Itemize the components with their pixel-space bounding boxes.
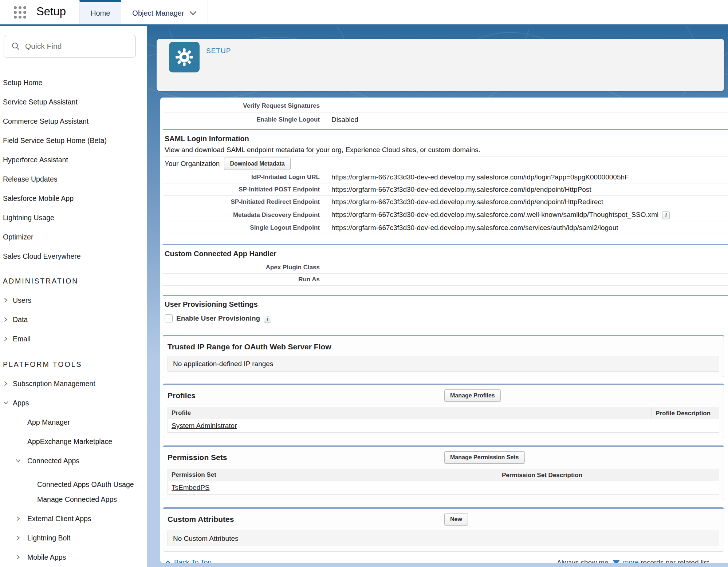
sidebar-item-connected-apps-oauth-usage[interactable]: Connected Apps OAuth Usage bbox=[0, 471, 120, 490]
sidebar-item-lightning-usage[interactable]: Lightning Usage bbox=[0, 208, 147, 227]
sidebar-item-hyperforce-assistant[interactable]: Hyperforce Assistant bbox=[0, 150, 147, 170]
saml-description: View and download SAML endpoint metadata… bbox=[165, 145, 728, 155]
sidebar-item-label: Lightning Bolt bbox=[27, 534, 70, 542]
chevron-down-icon bbox=[15, 458, 21, 464]
header-tabs: Home Object Manager bbox=[79, 0, 208, 24]
sidebar-item-setup-home[interactable]: Setup Home bbox=[0, 73, 147, 92]
detail-row: Enable Single Logout Disabled bbox=[163, 112, 728, 127]
new-custom-attribute-button[interactable]: New bbox=[444, 513, 468, 526]
profile-link-system-administrator[interactable]: System Administrator bbox=[172, 422, 237, 429]
info-icon[interactable]: i bbox=[662, 211, 670, 219]
tab-object-manager-label: Object Manager bbox=[132, 9, 184, 17]
sidebar-section-platform-tools: PLATFORM TOOLS bbox=[0, 355, 147, 374]
enable-user-provisioning-row: Enable User Provisioning i bbox=[165, 313, 728, 324]
sidebar-item-connected-apps[interactable]: Connected Apps bbox=[0, 451, 147, 471]
info-icon[interactable]: i bbox=[264, 315, 271, 322]
sidebar-item-sales-cloud-everywhere[interactable]: Sales Cloud Everywhere bbox=[0, 247, 147, 266]
custom-handler-rows: Apex Plugin Class Run As bbox=[163, 261, 728, 286]
app-title: Setup bbox=[36, 5, 66, 18]
sidebar-item-lightning-bolt[interactable]: Lightning Bolt bbox=[0, 528, 147, 548]
permission-set-link-tsembedps[interactable]: TsEmbedPS bbox=[172, 484, 210, 491]
field-label: Single Logout Endpoint bbox=[163, 224, 320, 231]
sidebar-item-label: Mobile Apps bbox=[27, 553, 66, 561]
sidebar-item-commerce-setup-assistant[interactable]: Commerce Setup Assistant bbox=[0, 112, 147, 131]
download-metadata-button[interactable]: Download Metadata bbox=[224, 158, 290, 170]
detail-row: Run As bbox=[163, 273, 728, 286]
sidebar-item-email[interactable]: Email bbox=[0, 329, 147, 349]
tab-home[interactable]: Home bbox=[79, 0, 121, 24]
sidebar-item-appexchange-marketplace[interactable]: AppExchange Marketplace bbox=[0, 432, 147, 451]
more-link[interactable]: more bbox=[623, 558, 638, 563]
sidebar-item-label: Connected Apps bbox=[27, 457, 79, 465]
chevron-right-icon bbox=[3, 381, 9, 386]
trusted-ip-empty-text: No application-defined IP ranges bbox=[168, 356, 719, 372]
detail-row: Single Logout Endpoint https://orgfarm-6… bbox=[163, 222, 728, 234]
sidebar-item-label: Subscription Management bbox=[13, 380, 95, 388]
sidebar-item-salesforce-mobile-app[interactable]: Salesforce Mobile App bbox=[0, 189, 147, 208]
field-label: Run As bbox=[163, 276, 320, 283]
section-divider bbox=[163, 129, 728, 130]
sidebar-item-field-service-setup-home[interactable]: Field Service Setup Home (Beta) bbox=[0, 131, 147, 150]
chevron-down-icon bbox=[189, 11, 197, 15]
detail-row: SP-Initiated POST Endpoint https://orgfa… bbox=[163, 183, 728, 195]
sidebar-item-label: External Client Apps bbox=[27, 515, 91, 523]
user-provisioning-heading: User Provisioning Settings bbox=[165, 299, 728, 309]
quick-find-input[interactable] bbox=[25, 42, 127, 51]
salesforce-setup-page: Setup Home Object Manager Setup Home Ser… bbox=[0, 0, 728, 567]
enable-user-provisioning-checkbox[interactable] bbox=[165, 314, 173, 322]
manage-profiles-button[interactable]: Manage Profiles bbox=[444, 389, 501, 402]
sidebar-item-label: Email bbox=[13, 335, 31, 343]
setup-gear-icon bbox=[169, 42, 200, 72]
quick-find-box[interactable] bbox=[4, 35, 136, 58]
setup-banner-card: SETUP bbox=[157, 39, 724, 91]
chevron-right-icon bbox=[15, 554, 21, 560]
column-header-permission-set-description: Permission Set Description bbox=[498, 469, 719, 481]
chevron-right-icon bbox=[15, 535, 21, 541]
trusted-ip-heading: Trusted IP Range for OAuth Web Server Fl… bbox=[168, 341, 724, 352]
your-organization-row: Your Organization Download Metadata bbox=[163, 156, 728, 171]
field-value: Disabled bbox=[320, 116, 358, 124]
manage-permission-sets-button[interactable]: Manage Permission Sets bbox=[444, 451, 525, 464]
content-card: Verify Request Signatures Enable Single … bbox=[160, 98, 728, 563]
sidebar-item-subscription-management[interactable]: Subscription Management bbox=[0, 374, 147, 393]
table-row: TsEmbedPS bbox=[168, 481, 719, 494]
sidebar-item-external-client-apps[interactable]: External Client Apps bbox=[0, 509, 147, 528]
field-label: IdP-Initiated Login URL bbox=[163, 174, 320, 181]
sidebar-item-manage-connected-apps[interactable]: Manage Connected Apps bbox=[0, 490, 147, 509]
chevron-up-icon bbox=[165, 560, 171, 563]
chevron-right-icon bbox=[3, 317, 9, 322]
search-icon bbox=[11, 42, 20, 51]
sidebar-section-administration: ADMINISTRATION bbox=[0, 271, 147, 291]
back-to-top-label: Back To Top bbox=[174, 558, 212, 563]
sidebar-item-app-manager[interactable]: App Manager bbox=[0, 413, 147, 432]
sidebar-item-optimizer[interactable]: Optimizer bbox=[0, 227, 147, 247]
idp-initiated-login-url-link[interactable]: https://orgfarm-667c3f3d30-dev-ed.develo… bbox=[331, 173, 629, 181]
sidebar-item-label: Data bbox=[13, 316, 28, 324]
section-divider bbox=[163, 295, 728, 296]
table-row: System Administrator bbox=[168, 419, 719, 432]
custom-handler-heading: Custom Connected App Handler bbox=[165, 249, 728, 259]
sidebar-item-apps[interactable]: Apps bbox=[0, 393, 147, 413]
sidebar-item-data[interactable]: Data bbox=[0, 310, 147, 329]
always-show-prefix: Always show me bbox=[557, 558, 609, 563]
sidebar-item-service-setup-assistant[interactable]: Service Setup Assistant bbox=[0, 92, 147, 112]
column-header-profile: Profile bbox=[168, 409, 652, 417]
section-divider bbox=[163, 244, 728, 245]
custom-attributes-empty-text: No Custom Attributes bbox=[168, 531, 719, 546]
tab-object-manager[interactable]: Object Manager bbox=[121, 0, 207, 24]
banner-title: SETUP bbox=[206, 47, 231, 55]
chevron-right-icon bbox=[3, 336, 9, 342]
tab-separator bbox=[208, 0, 208, 24]
app-launcher-icon[interactable] bbox=[14, 6, 30, 19]
sidebar-item-mobile-apps[interactable]: Mobile Apps bbox=[0, 548, 147, 567]
table-header-row: Profile Profile Description bbox=[168, 407, 719, 419]
back-to-top-link[interactable]: Back To Top bbox=[165, 558, 212, 563]
trusted-ip-panel: Trusted IP Range for OAuth Web Server Fl… bbox=[163, 335, 724, 377]
sidebar-item-label: Users bbox=[13, 296, 31, 304]
sidebar-item-release-updates[interactable]: Release Updates bbox=[0, 170, 147, 189]
column-header-permission-set: Permission Set bbox=[168, 471, 498, 479]
sidebar-item-users[interactable]: Users bbox=[0, 291, 147, 310]
more-records-triangle-icon[interactable] bbox=[613, 560, 620, 563]
tab-home-label: Home bbox=[91, 9, 110, 17]
always-show-suffix: records per related list bbox=[641, 558, 709, 563]
